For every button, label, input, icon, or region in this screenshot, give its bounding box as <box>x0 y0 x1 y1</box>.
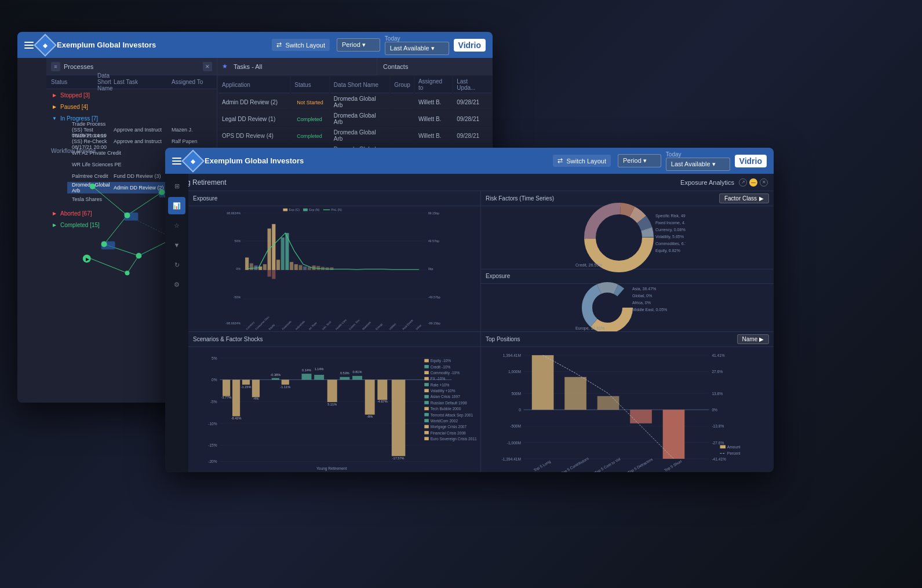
front-switch-icon: ⇄ <box>557 157 563 165</box>
svg-rect-146 <box>377 379 387 400</box>
front-sidebar-grid[interactable]: ⊞ <box>168 177 185 195</box>
front-sidebar-star[interactable]: ☆ <box>168 217 185 234</box>
front-date-dropdown[interactable]: Last Available ▾ <box>666 158 730 171</box>
svg-text:Int. Rate: Int. Rate <box>308 322 318 331</box>
switch-layout-label: Switch Layout <box>285 42 325 49</box>
svg-rect-126 <box>242 379 250 384</box>
group-paused[interactable]: ▶ Paused [4] <box>46 101 217 112</box>
scenarios-svg: 5% 0% -5% -10% -15% -20% -3.77% -8.42% <box>188 347 480 473</box>
svg-text:-10%: -10% <box>208 421 217 425</box>
task-update-2: 09/28/21 <box>453 128 491 144</box>
task-app-2: OPS DD Review (4) <box>218 128 290 144</box>
wc-min-btn[interactable]: — <box>749 178 757 187</box>
front-hamburger-icon[interactable] <box>172 158 181 165</box>
svg-rect-170 <box>424 419 429 422</box>
exposure-title: Exposure <box>193 195 217 202</box>
front-sidebar-settings[interactable]: ⚙ <box>168 276 185 293</box>
svg-rect-204 <box>663 410 685 459</box>
risk-factors-panel: Risk Factors (Time Series) Factor Class … <box>481 191 774 332</box>
exposure-analytics-label: Exposure Analytics <box>680 179 734 186</box>
svg-text:5%: 5% <box>212 356 217 360</box>
svg-rect-48 <box>272 224 275 270</box>
front-sidebar-filter[interactable]: ▼ <box>168 236 185 254</box>
svg-text:Top 5 Short: Top 5 Short <box>664 459 683 472</box>
svg-text:-5%: -5% <box>210 399 217 403</box>
front-logo-area: ◆ Exemplum Global Investors <box>172 153 548 169</box>
exposure-donut-svg: Asia, 36.47% Global, 0% Africa, 0% Middl… <box>570 279 686 332</box>
back-date-dropdown[interactable]: Last Available ▾ <box>385 42 449 55</box>
svg-rect-62 <box>268 270 271 277</box>
top-positions-chart-area: 1,394.41M 1,000M 500M 0 -500M -1,000M -1… <box>481 347 774 473</box>
task-update-0: 09/28/21 <box>453 94 491 110</box>
group-stopped[interactable]: ▶ Stopped [3] <box>46 89 217 101</box>
svg-text:Euro Sovereign Crisis 2011: Euro Sovereign Crisis 2011 <box>431 436 477 441</box>
switch-icon: ⇄ <box>276 41 282 49</box>
svg-rect-156 <box>424 377 429 380</box>
task-row-1[interactable]: Legal DD Review (1) Completed Dromeda Gl… <box>218 111 491 127</box>
svg-text:-1.11%: -1.11% <box>280 385 290 388</box>
svg-text:Info. Tech: Info. Tech <box>322 320 332 331</box>
svg-line-7 <box>127 255 139 273</box>
svg-rect-130 <box>272 378 279 379</box>
svg-text:-41.41%: -41.41% <box>712 456 726 461</box>
svg-rect-160 <box>424 389 429 392</box>
task-row-2[interactable]: OPS DD Review (4) Completed Dromeda Glob… <box>218 128 491 144</box>
svg-text:Tech Bubble 2000: Tech Bubble 2000 <box>431 407 461 411</box>
svg-line-22 <box>91 258 127 273</box>
front-sidebar-refresh[interactable]: ↻ <box>168 256 185 273</box>
tasks-col-group: Group <box>391 76 414 93</box>
front-vidrio-logo: Vidrio <box>735 155 767 167</box>
svg-rect-166 <box>424 407 429 410</box>
front-logo-diamond: ◆ <box>181 149 205 173</box>
processes-collapse-icon[interactable]: ≡ <box>51 62 60 71</box>
front-period-dropdown[interactable]: Period ▾ <box>618 154 661 167</box>
factor-class-btn[interactable]: Factor Class ▶ <box>719 193 769 203</box>
svg-rect-49 <box>276 260 280 270</box>
wc-link-btn[interactable]: ↗ <box>739 178 747 187</box>
svg-text:Top 5 Contributors: Top 5 Contributors <box>560 456 590 472</box>
svg-rect-78 <box>283 209 287 211</box>
processes-close-icon[interactable]: ✕ <box>203 62 212 71</box>
svg-text:50%: 50% <box>235 239 241 243</box>
svg-text:Currency, 0.08%: Currency, 0.08% <box>655 228 686 232</box>
tasks-col-lastupdate: Last Upda... <box>453 76 491 93</box>
exposure-chart-panel: Exposure 98.6634% 50% 0% -50% -98.6634% … <box>188 191 481 332</box>
back-period-dropdown[interactable]: Period ▾ <box>337 38 380 52</box>
svg-rect-200 <box>532 355 554 410</box>
svg-point-16 <box>136 253 141 258</box>
front-titlebar-right: Exposure Analytics ↗ — ✕ <box>680 178 768 187</box>
task-app-1: Legal DD Review (1) <box>218 111 290 127</box>
tasks-col-status: Status <box>291 76 329 93</box>
task-row-0[interactable]: Admin DD Review (2) Not Started Dromeda … <box>218 94 491 110</box>
svg-text:Equity -10%: Equity -10% <box>431 359 451 363</box>
name-btn[interactable]: Name ▶ <box>737 334 769 344</box>
svg-text:-1,000M: -1,000M <box>507 440 521 444</box>
svg-text:Asia, 36.47%: Asia, 36.47% <box>632 287 656 291</box>
svg-rect-154 <box>424 371 429 374</box>
svg-text:-4.67%: -4.67% <box>377 400 388 403</box>
svg-rect-162 <box>424 395 429 398</box>
process-assigned-1: Ralf Papen <box>172 138 212 144</box>
svg-point-12 <box>90 184 96 189</box>
svg-text:Europe, 31.81%: Europe, 31.81% <box>575 326 604 331</box>
svg-text:-17.57%: -17.57% <box>392 456 404 459</box>
front-switch-label: Switch Layout <box>566 158 606 165</box>
front-topbar: ◆ Exemplum Global Investors ⇄ Switch Lay… <box>165 148 774 174</box>
svg-rect-203 <box>630 410 652 423</box>
front-sidebar-chart[interactable]: 📊 <box>168 197 185 214</box>
svg-rect-168 <box>424 412 429 416</box>
svg-text:Comm. Svc: Comm. Svc <box>348 319 360 331</box>
svg-text:-99.15bp: -99.15bp <box>428 322 440 325</box>
front-switch-layout-btn[interactable]: ⇄ Switch Layout <box>553 155 610 167</box>
svg-line-2 <box>127 192 162 216</box>
group-stopped-label: Stopped [3] <box>60 92 90 98</box>
risk-donut-area: Specific Risk, 49.5% Fixed Income, 4.65%… <box>481 206 774 269</box>
hamburger-icon[interactable] <box>24 42 34 49</box>
exposure-chart-area: 98.6634% 50% 0% -50% -98.6634% 99.15bp 4… <box>188 206 480 331</box>
exposure2-title: Exposure <box>486 273 510 279</box>
risk-donut-svg: Specific Risk, 49.5% Fixed Income, 4.65%… <box>570 200 686 275</box>
process-task-0: Approve and Instruct <box>114 127 172 133</box>
back-switch-layout-btn[interactable]: ⇄ Switch Layout <box>272 39 329 51</box>
svg-rect-152 <box>424 365 429 368</box>
wc-close-btn[interactable]: ✕ <box>760 178 768 187</box>
